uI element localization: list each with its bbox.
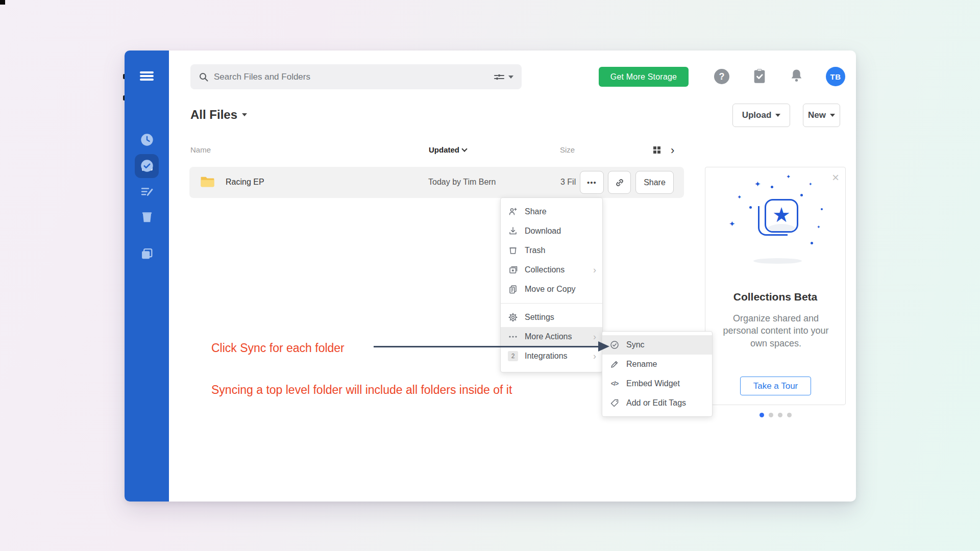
- submenu-item-add-edit-tags[interactable]: Add or Edit Tags: [602, 393, 712, 413]
- desktop-background: Search Files and Folders Get More Storag…: [0, 0, 980, 551]
- file-updated: Today by Tim Bern: [428, 178, 496, 187]
- collections-illustration: ★ ✦ ✦ ✦ ✦ ✦ ✦: [705, 167, 846, 269]
- notifications-bell-icon[interactable]: [789, 68, 804, 84]
- panel-title: Collections Beta: [705, 291, 845, 303]
- sidebar-item-library[interactable]: [125, 247, 169, 261]
- page-title[interactable]: All Files: [190, 108, 247, 122]
- clipboard-tasks-icon[interactable]: [752, 68, 767, 84]
- annotation-click-sync: Click Sync for each folder: [211, 341, 345, 355]
- sidebar-item-recents[interactable]: [125, 133, 169, 147]
- sidebar-item-trash[interactable]: [125, 211, 169, 224]
- sidebar-item-tasks[interactable]: [125, 159, 169, 173]
- search-filter-button[interactable]: [494, 73, 513, 81]
- download-icon: [508, 226, 518, 236]
- check-circle-icon: [140, 159, 154, 173]
- search-placeholder: Search Files and Folders: [214, 72, 494, 82]
- link-icon: [615, 178, 625, 188]
- integrations-count-badge: 2: [508, 351, 518, 361]
- trash-icon: [508, 245, 518, 256]
- stacked-pages-icon: [140, 247, 154, 261]
- panel-body-text: Organize shared and personal content int…: [714, 312, 838, 349]
- file-name[interactable]: Racing EP: [226, 178, 264, 187]
- screen-corner-artifact: [0, 0, 5, 5]
- annotation-sync-explanation: Syncing a top level folder will include …: [211, 383, 512, 397]
- sync-check-circle-icon: [609, 340, 620, 350]
- hamburger-menu-icon[interactable]: [125, 70, 169, 82]
- sidebar: [125, 51, 169, 502]
- menu-item-trash[interactable]: Trash: [501, 241, 602, 260]
- column-header-updated[interactable]: Updated: [429, 145, 467, 154]
- collapse-panel-chevron-icon[interactable]: ›: [671, 144, 674, 157]
- submenu-item-embed-widget[interactable]: </> Embed Widget: [602, 374, 712, 393]
- more-actions-submenu: Sync Rename </> Embed Widget Add or Edit…: [602, 331, 713, 417]
- column-header-size[interactable]: Size: [560, 145, 575, 154]
- more-dots-icon: [508, 332, 518, 342]
- take-a-tour-button[interactable]: Take a Tour: [740, 377, 811, 395]
- annotation-arrow: [374, 346, 599, 347]
- search-icon: [199, 72, 209, 82]
- collections-star-icon: [508, 265, 518, 275]
- tag-icon: [609, 398, 620, 408]
- submenu-item-rename[interactable]: Rename: [602, 355, 712, 374]
- submenu-item-sync[interactable]: Sync: [602, 335, 712, 355]
- upload-button[interactable]: Upload: [732, 104, 790, 127]
- carousel-dot-active[interactable]: [760, 413, 764, 417]
- column-header-name[interactable]: Name: [190, 145, 211, 154]
- carousel-dot[interactable]: [769, 413, 773, 417]
- settings-gear-icon: [508, 312, 518, 322]
- star-icon: ★: [772, 205, 791, 225]
- menu-item-share[interactable]: Share: [501, 202, 602, 221]
- carousel-dot[interactable]: [778, 413, 782, 417]
- menu-item-collections[interactable]: Collections ›: [501, 260, 602, 280]
- chevron-right-icon: ›: [593, 265, 596, 274]
- carousel-dot[interactable]: [787, 413, 792, 417]
- folder-yellow-icon: [200, 174, 215, 190]
- chevron-down-icon: [461, 146, 467, 152]
- chevron-right-icon: ›: [593, 332, 596, 341]
- menu-item-more-actions[interactable]: More Actions ›: [501, 327, 602, 346]
- menu-divider: [501, 303, 602, 304]
- get-more-storage-button[interactable]: Get More Storage: [599, 67, 689, 87]
- annotation-arrow-head: [598, 341, 609, 352]
- app-window: Search Files and Folders Get More Storag…: [125, 51, 856, 502]
- share-person-plus-icon: [508, 207, 518, 217]
- row-more-actions-button[interactable]: •••: [580, 171, 604, 194]
- clock-icon: [140, 133, 154, 147]
- sidebar-item-notes[interactable]: [125, 185, 169, 199]
- file-size: 3 Fil: [560, 178, 576, 187]
- carousel-dots[interactable]: [705, 413, 846, 417]
- row-share-button[interactable]: Share: [635, 171, 674, 194]
- caret-down-icon: [775, 114, 780, 117]
- rename-pencil-icon: [609, 359, 620, 369]
- caret-down-icon: [242, 113, 247, 116]
- row-shared-link-button[interactable]: [608, 171, 631, 194]
- trash-icon: [140, 211, 154, 224]
- move-or-copy-icon: [508, 284, 518, 294]
- menu-item-move-or-copy[interactable]: Move or Copy: [501, 280, 602, 299]
- caret-down-icon: [830, 114, 835, 117]
- chevron-right-icon: ›: [593, 352, 596, 361]
- search-input[interactable]: Search Files and Folders: [190, 64, 522, 89]
- table-row[interactable]: Racing EP Today by Tim Bern 3 Fil ••• Sh…: [189, 167, 684, 198]
- embed-code-icon: </>: [609, 379, 620, 389]
- menu-item-settings[interactable]: Settings: [501, 308, 602, 327]
- caret-down-icon: [508, 76, 513, 79]
- new-button[interactable]: New: [803, 104, 840, 127]
- filter-sliders-icon: [494, 73, 505, 81]
- grid-view-icon[interactable]: [653, 146, 660, 154]
- menu-item-download[interactable]: Download: [501, 221, 602, 241]
- user-avatar[interactable]: TB: [826, 67, 845, 86]
- notes-compose-icon: [140, 185, 154, 199]
- collections-promo-panel: × ★ ✦ ✦ ✦ ✦ ✦ ✦ Collections Be: [705, 167, 846, 405]
- menu-item-integrations[interactable]: 2 Integrations ›: [501, 346, 602, 366]
- help-icon[interactable]: ?: [714, 69, 729, 84]
